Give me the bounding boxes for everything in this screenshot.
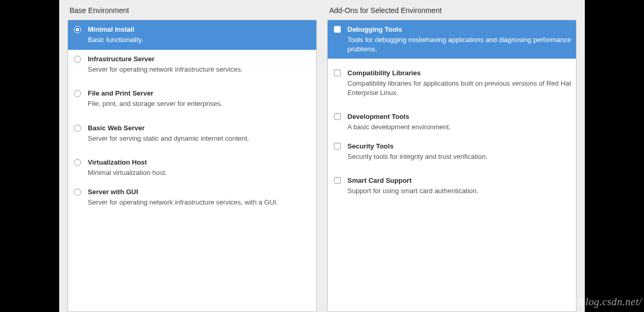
environment-option-basic-web-server[interactable]: Basic Web Server Server for serving stat…: [68, 119, 316, 148]
option-desc: Security tools for integrity and trust v…: [347, 152, 572, 161]
option-desc: Compatibility libraries for applications…: [347, 79, 572, 97]
addon-option-development-tools[interactable]: Development Tools A basic development en…: [328, 107, 576, 137]
option-title: Development Tools: [347, 113, 572, 120]
option-title: Basic Web Server: [88, 124, 312, 132]
radio-icon[interactable]: [74, 56, 81, 63]
base-environment-column: Base Environment Minimal Install Basic f…: [59, 0, 322, 312]
option-title: Minimal Install: [88, 25, 312, 33]
environment-option-file-print-server[interactable]: File and Print Server File, print, and s…: [68, 84, 316, 114]
environment-list[interactable]: Minimal Install Basic functionality. Inf…: [68, 20, 317, 312]
checkbox-icon[interactable]: [334, 113, 341, 120]
radio-selected-icon[interactable]: [74, 26, 81, 33]
checkbox-icon[interactable]: [334, 143, 341, 150]
addon-option-smart-card-support[interactable]: Smart Card Support Support for using sma…: [328, 171, 576, 201]
option-desc: Minimal virtualization host.: [88, 168, 312, 178]
environment-option-infrastructure-server[interactable]: Infrastructure Server Server for operati…: [68, 50, 316, 79]
environment-option-virtualization-host[interactable]: Virtualization Host Minimal virtualizati…: [68, 153, 316, 183]
addons-title: Add-Ons for Selected Environment: [327, 0, 576, 20]
radio-icon[interactable]: [74, 125, 81, 132]
option-title: Security Tools: [347, 142, 572, 150]
option-title: Smart Card Support: [347, 177, 572, 184]
option-title: Debugging Tools: [347, 25, 572, 33]
option-desc: Support for using smart card authenticat…: [347, 186, 572, 196]
option-title: Infrastructure Server: [88, 55, 312, 63]
environment-option-minimal-install[interactable]: Minimal Install Basic functionality.: [68, 20, 316, 50]
radio-icon[interactable]: [74, 188, 81, 196]
option-desc: A basic development environment.: [347, 123, 572, 132]
addons-list[interactable]: Debugging Tools Tools for debugging misb…: [327, 20, 576, 312]
option-desc: Server for serving static and dynamic in…: [88, 134, 312, 143]
option-desc: File, print, and storage server for ente…: [88, 99, 312, 108]
radio-icon[interactable]: [74, 90, 81, 97]
addon-option-debugging-tools[interactable]: Debugging Tools Tools for debugging misb…: [328, 20, 576, 59]
radio-icon[interactable]: [74, 159, 81, 166]
addons-column: Add-Ons for Selected Environment Debuggi…: [322, 0, 585, 312]
software-selection-panel: Base Environment Minimal Install Basic f…: [59, 0, 585, 312]
environment-option-server-with-gui[interactable]: Server with GUI Server for operating net…: [68, 183, 316, 212]
addon-option-compatibility-libraries[interactable]: Compatibility Libraries Compatibility li…: [328, 64, 576, 102]
addon-option-security-tools[interactable]: Security Tools Security tools for integr…: [328, 137, 576, 167]
option-title: File and Print Server: [88, 89, 312, 97]
option-desc: Server for operating network infrastruct…: [88, 65, 312, 74]
option-desc: Server for operating network infrastruct…: [88, 198, 312, 207]
base-environment-title: Base Environment: [68, 0, 317, 20]
option-title: Virtualization Host: [88, 158, 312, 166]
option-desc: Tools for debugging misbehaving applicat…: [347, 35, 572, 53]
checkbox-icon[interactable]: [334, 26, 341, 33]
option-desc: Basic functionality.: [88, 35, 312, 45]
checkbox-icon[interactable]: [334, 70, 341, 76]
option-title: Server with GUI: [88, 188, 312, 196]
option-title: Compatibility Libraries: [347, 69, 572, 77]
checkbox-icon[interactable]: [334, 177, 341, 184]
